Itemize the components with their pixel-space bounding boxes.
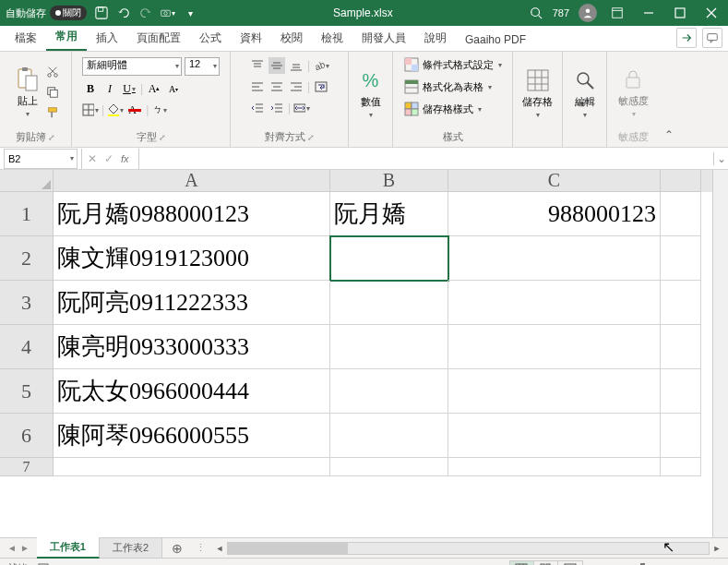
align-bottom-icon[interactable] bbox=[288, 57, 304, 74]
paste-button[interactable]: 貼上▾ bbox=[11, 63, 44, 122]
tab-formulas[interactable]: 公式 bbox=[190, 26, 231, 51]
clipboard-dialog-icon[interactable]: ⤢ bbox=[48, 133, 55, 142]
cell[interactable] bbox=[330, 369, 448, 414]
row-header[interactable]: 6 bbox=[0, 414, 54, 458]
view-normal-icon[interactable] bbox=[510, 561, 534, 566]
ribbon-mode-icon[interactable] bbox=[606, 2, 628, 24]
align-middle-icon[interactable] bbox=[269, 57, 285, 74]
sheet-nav-next-icon[interactable]: ► bbox=[20, 543, 30, 553]
view-page-layout-icon[interactable] bbox=[534, 561, 558, 566]
increase-indent-icon[interactable] bbox=[269, 100, 285, 116]
cell-styles-button[interactable]: 儲存格樣式▾ bbox=[402, 100, 504, 118]
redo-icon[interactable] bbox=[138, 6, 153, 20]
tab-home[interactable]: 常用 bbox=[46, 24, 87, 51]
tab-layout[interactable]: 頁面配置 bbox=[127, 26, 190, 51]
close-icon[interactable] bbox=[700, 2, 722, 24]
macro-record-icon[interactable] bbox=[37, 562, 50, 566]
cancel-formula-icon[interactable]: ✕ bbox=[88, 152, 97, 165]
select-all-corner[interactable] bbox=[0, 170, 54, 192]
align-dialog-icon[interactable]: ⤢ bbox=[307, 133, 315, 142]
cell[interactable] bbox=[448, 236, 661, 281]
fx-icon[interactable]: fx bbox=[121, 153, 129, 164]
cell[interactable] bbox=[448, 281, 661, 325]
sheet-tab-2[interactable]: 工作表2 bbox=[100, 538, 162, 558]
row-header[interactable]: 5 bbox=[0, 369, 54, 414]
cell[interactable]: 陳文輝0919123000 bbox=[54, 236, 330, 281]
cell[interactable] bbox=[330, 458, 448, 476]
share-button[interactable] bbox=[676, 28, 697, 48]
cell[interactable] bbox=[661, 281, 701, 325]
align-center-icon[interactable] bbox=[269, 78, 285, 95]
save-icon[interactable] bbox=[94, 6, 109, 20]
row-header[interactable]: 3 bbox=[0, 281, 54, 325]
cell[interactable] bbox=[448, 325, 661, 369]
tab-pdf[interactable]: Gaaiho PDF bbox=[456, 29, 535, 51]
sheet-nav-prev-icon[interactable]: ◄ bbox=[7, 543, 17, 553]
cell[interactable] bbox=[661, 414, 701, 458]
tab-data[interactable]: 資料 bbox=[231, 26, 271, 51]
cell[interactable] bbox=[448, 369, 661, 414]
align-top-icon[interactable] bbox=[249, 57, 266, 74]
cell[interactable] bbox=[54, 458, 330, 476]
camera-icon[interactable]: ▾ bbox=[161, 6, 175, 20]
tab-help[interactable]: 說明 bbox=[415, 26, 456, 51]
cell[interactable] bbox=[661, 236, 701, 281]
cell[interactable] bbox=[330, 325, 448, 369]
format-painter-icon[interactable] bbox=[44, 104, 61, 121]
row-header[interactable]: 7 bbox=[0, 458, 54, 476]
enter-formula-icon[interactable]: ✓ bbox=[104, 152, 113, 165]
conditional-format-button[interactable]: 條件式格式設定▾ bbox=[402, 55, 504, 74]
cell[interactable] bbox=[661, 192, 701, 236]
cell[interactable] bbox=[448, 414, 661, 458]
align-right-icon[interactable] bbox=[288, 78, 304, 95]
qat-customize-icon[interactable]: ▾ bbox=[183, 6, 197, 20]
cell[interactable] bbox=[448, 458, 661, 476]
tab-developer[interactable]: 開發人員 bbox=[352, 26, 415, 51]
sheet-tab-1[interactable]: 工作表1 bbox=[37, 537, 100, 559]
format-as-table-button[interactable]: 格式化為表格▾ bbox=[402, 78, 504, 96]
cell[interactable]: 阮月嬌 bbox=[330, 192, 448, 236]
view-page-break-icon[interactable] bbox=[558, 561, 582, 566]
collapse-ribbon-icon[interactable]: ⌃ bbox=[659, 52, 679, 147]
col-header-d[interactable] bbox=[661, 170, 701, 192]
row-header[interactable]: 4 bbox=[0, 325, 54, 369]
cell-active[interactable] bbox=[330, 236, 448, 281]
sensitivity-button[interactable]: 敏感度▾ bbox=[615, 63, 652, 122]
search-icon[interactable] bbox=[529, 6, 543, 20]
cell[interactable]: 阮阿亮0911222333 bbox=[54, 281, 330, 325]
phonetic-icon[interactable]: ㄅ▾ bbox=[151, 102, 168, 118]
horizontal-scrollbar[interactable]: ◄ ► bbox=[209, 541, 728, 556]
cell[interactable]: 陳亮明0933000333 bbox=[54, 325, 330, 369]
autosave-toggle[interactable]: 自動儲存 關閉 bbox=[6, 6, 87, 20]
cell[interactable] bbox=[661, 458, 701, 476]
cell[interactable]: 陳阿琴0966000555 bbox=[54, 414, 330, 458]
merge-center-icon[interactable]: ▾ bbox=[293, 100, 310, 116]
grow-font-icon[interactable]: A▴ bbox=[146, 80, 162, 97]
col-header-a[interactable]: A bbox=[54, 170, 330, 192]
row-header[interactable]: 2 bbox=[0, 236, 54, 281]
number-format-button[interactable]: % 數值▾ bbox=[354, 64, 388, 123]
font-dialog-icon[interactable]: ⤢ bbox=[159, 133, 166, 142]
col-header-b[interactable]: B bbox=[330, 170, 448, 192]
maximize-icon[interactable] bbox=[669, 2, 691, 24]
wrap-text-icon[interactable] bbox=[313, 78, 329, 95]
shrink-font-icon[interactable]: A▾ bbox=[165, 80, 182, 97]
cell[interactable]: 988000123 bbox=[448, 192, 661, 236]
copy-icon[interactable] bbox=[44, 84, 61, 101]
italic-icon[interactable]: I bbox=[101, 80, 118, 97]
tab-file[interactable]: 檔案 bbox=[6, 26, 46, 51]
minimize-icon[interactable] bbox=[638, 2, 660, 24]
font-color-icon[interactable]: A▾ bbox=[126, 102, 143, 118]
name-box[interactable]: B2▾ bbox=[4, 149, 78, 169]
cell[interactable] bbox=[330, 414, 448, 458]
bold-icon[interactable]: B bbox=[82, 80, 99, 97]
add-sheet-icon[interactable]: ⊕ bbox=[162, 541, 192, 556]
cell[interactable] bbox=[661, 325, 701, 369]
underline-icon[interactable]: U▾ bbox=[121, 80, 137, 97]
formula-input[interactable] bbox=[139, 149, 713, 169]
cell[interactable]: 阮太女0966000444 bbox=[54, 369, 330, 414]
cut-icon[interactable] bbox=[44, 64, 61, 80]
borders-icon[interactable]: ▾ bbox=[82, 102, 99, 118]
cell[interactable]: 阮月嬌0988000123 bbox=[54, 192, 330, 236]
font-name-combo[interactable]: 新細明體▾ bbox=[82, 57, 182, 76]
